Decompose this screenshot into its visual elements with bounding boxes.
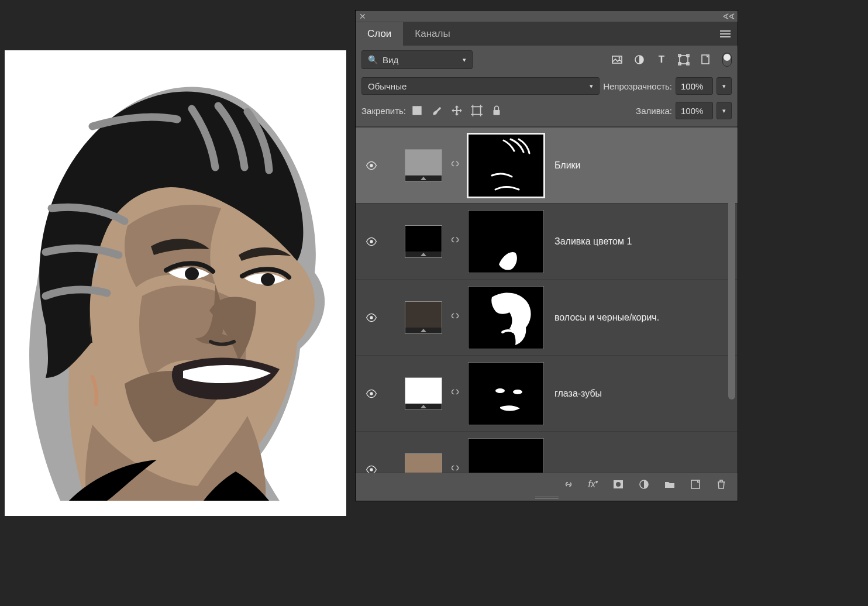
layer-mask-thumb[interactable] [468,134,544,197]
visibility-toggle-icon[interactable] [363,160,380,171]
mask-link-icon[interactable] [449,159,461,172]
add-mask-icon[interactable] [612,478,624,490]
lock-move-icon[interactable] [450,104,463,117]
mask-link-icon[interactable] [449,311,461,324]
layer-mask-thumb[interactable] [468,438,544,473]
layer-row[interactable] [356,431,738,473]
blend-mode-select[interactable]: Обычные ▾ [361,77,600,95]
layer-row[interactable]: глаза-зубы [356,355,738,431]
filter-icons: T [611,53,732,67]
layer-name[interactable]: Заливка цветом 1 [554,236,632,247]
layers-scrollbar[interactable] [728,130,735,400]
link-layers-icon[interactable] [563,478,574,490]
svg-rect-18 [469,135,544,197]
filter-pixel-icon[interactable] [611,54,623,66]
layer-name[interactable]: волосы и черные/корич. [554,312,659,323]
panel-close-icon[interactable]: ✕ [359,12,366,21]
mask-link-icon[interactable] [449,235,461,248]
svg-point-17 [370,164,373,167]
svg-point-23 [370,392,373,395]
fx-icon[interactable]: fx ▾ [588,479,598,490]
search-icon: 🔍 [368,55,378,64]
tab-label: Каналы [415,28,450,40]
fill-stepper[interactable]: ▾ [717,102,732,119]
lock-label: Закрепить: [361,106,406,116]
fill-swatch-thumb[interactable] [405,453,442,473]
panel-titlebar[interactable]: ✕ ∢∢ [356,11,738,22]
app-stage: ✕ ∢∢ Слои Каналы 🔍 Вид ▾ T [0,0,868,606]
lock-all-icon[interactable] [490,104,503,117]
layer-row[interactable]: волосы и черные/корич. [356,279,738,355]
panel-menu-icon[interactable] [713,22,738,46]
svg-point-3 [619,57,621,59]
delete-layer-icon[interactable] [715,478,727,490]
opacity-label: Непрозрачность: [603,81,672,91]
layer-kind-label: Вид [383,55,398,65]
layers-list[interactable]: БликиЗаливка цветом 1волосы и черные/кор… [356,127,738,473]
filter-type-icon[interactable]: T [656,54,667,66]
layer-mask-thumb[interactable] [468,286,544,349]
fill-value: 100% [681,106,703,116]
fill-swatch-thumb[interactable] [405,225,442,258]
opacity-input[interactable]: 100% [676,77,713,95]
chevron-down-icon: ▾ [590,82,593,90]
lock-row: Закрепить: Заливка: 100% ▾ [356,98,738,127]
svg-rect-13 [417,106,422,111]
tab-channels[interactable]: Каналы [403,22,461,46]
fill-swatch-thumb[interactable] [405,377,442,410]
svg-point-21 [370,316,373,319]
mask-link-icon[interactable] [449,463,461,473]
svg-point-26 [513,390,522,394]
filter-adjust-icon[interactable] [633,54,645,66]
layer-mask-thumb[interactable] [468,362,544,425]
svg-point-1 [261,273,275,286]
svg-point-19 [370,240,373,243]
svg-rect-14 [412,111,417,115]
new-layer-icon[interactable] [690,478,701,490]
mask-link-icon[interactable] [449,387,461,400]
svg-point-30 [616,482,621,487]
lock-transparency-icon[interactable] [411,104,423,117]
visibility-toggle-icon[interactable] [363,236,380,247]
layer-mask-thumb[interactable] [468,210,544,273]
svg-rect-24 [469,363,544,425]
panel-collapse-icon[interactable]: ∢∢ [722,12,734,21]
filter-smart-icon[interactable] [700,54,712,66]
layers-panel: ✕ ∢∢ Слои Каналы 🔍 Вид ▾ T [355,10,738,501]
fill-label: Заливка: [636,106,672,116]
lock-paint-icon[interactable] [430,104,443,117]
layer-name[interactable]: Блики [554,160,581,171]
layer-name[interactable]: глаза-зубы [554,388,602,399]
filter-row: 🔍 Вид ▾ T [356,46,738,74]
svg-rect-28 [469,439,544,473]
svg-rect-16 [494,110,500,115]
panel-tabs: Слои Каналы [356,22,738,46]
tab-label: Слои [367,28,391,40]
svg-point-0 [185,267,199,280]
document-canvas[interactable] [5,50,346,516]
visibility-toggle-icon[interactable] [363,312,380,323]
chevron-down-icon: ▾ [463,56,466,64]
layer-row[interactable]: Блики [356,127,738,203]
filter-toggle[interactable] [722,53,732,67]
fill-swatch-thumb[interactable] [405,301,442,334]
new-group-icon[interactable] [664,478,676,490]
tab-layers[interactable]: Слои [356,22,403,46]
fill-swatch-thumb[interactable] [405,149,442,182]
layer-kind-select[interactable]: 🔍 Вид ▾ [361,50,473,69]
blend-row: Обычные ▾ Непрозрачность: 100% ▾ [356,74,738,98]
svg-point-27 [370,468,373,471]
opacity-value: 100% [681,81,703,91]
panel-resize-grip[interactable] [356,495,738,501]
fill-input[interactable]: 100% [676,102,713,119]
new-adjustment-icon[interactable] [638,478,650,490]
filter-shape-icon[interactable] [678,54,690,66]
visibility-toggle-icon[interactable] [363,464,380,473]
portrait-illustration [5,50,346,516]
lock-artboard-icon[interactable] [470,104,483,117]
panel-footer: fx ▾ [356,473,738,495]
opacity-stepper[interactable]: ▾ [717,77,732,95]
svg-rect-2 [612,56,622,63]
layer-row[interactable]: Заливка цветом 1 [356,203,738,279]
visibility-toggle-icon[interactable] [363,388,380,400]
